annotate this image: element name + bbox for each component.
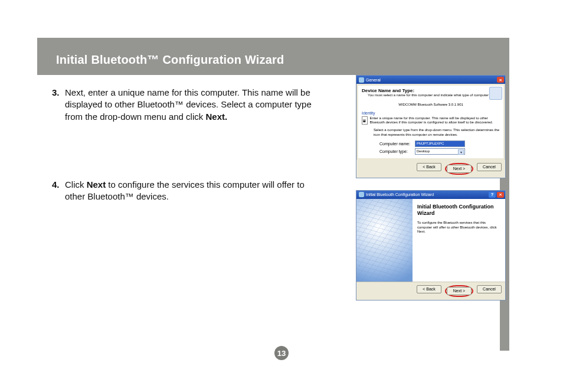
section-subheading: You must select a name for this computer… (362, 93, 500, 97)
computer-type-field: Computer type: Desktop ▾ (379, 148, 500, 155)
computer-name-label: Computer name: (379, 142, 415, 146)
software-version: WIDCOMM Bluetooth Software 3.0.1.901 (362, 103, 500, 106)
close-icon[interactable]: × (497, 192, 504, 198)
identity-label: Identity (362, 111, 500, 115)
back-button[interactable]: < Back (417, 285, 441, 293)
page-frame: Initial Bluetooth™ Configuration Wizard … (37, 38, 509, 351)
step-text-pre: Click (65, 179, 87, 190)
computer-type-select[interactable]: Desktop ▾ (415, 148, 465, 155)
dialog-general: General × Device Name and Type: You must… (356, 75, 506, 178)
titlebar[interactable]: General × (356, 76, 505, 84)
page-title: Initial Bluetooth™ Configuration Wizard (37, 47, 500, 75)
wizard-body: Initial Bluetooth Configuration Wizard T… (356, 199, 505, 282)
computer-name-field: Computer name: PMJPTJPLEXPC (379, 141, 500, 147)
back-button[interactable]: < Back (417, 163, 441, 171)
wizard-description: To configure the Bluetooth services that… (417, 221, 500, 234)
next-button[interactable]: Next > (447, 287, 472, 295)
cancel-button[interactable]: Cancel (477, 163, 502, 171)
window-icon (359, 192, 364, 197)
close-icon[interactable]: × (497, 77, 504, 83)
identity-description: Enter a unique name for this computer. T… (370, 116, 500, 125)
section-heading: Device Name and Type: (362, 88, 500, 93)
highlight-ring: Next > (445, 163, 473, 175)
step-text-body: Next, enter a unique name for this compu… (65, 87, 312, 122)
window-title: General (366, 78, 381, 82)
window-icon (359, 77, 364, 83)
step-text: Click Next to configure the services thi… (64, 179, 315, 203)
chevron-down-icon[interactable]: ▾ (458, 149, 464, 155)
step-text-bold: Next (87, 179, 106, 190)
type-description: Select a computer type from the drop-dow… (374, 128, 500, 136)
step-text-bold: Next. (205, 112, 227, 122)
cancel-button[interactable]: Cancel (477, 285, 502, 293)
screenshots: General × Device Name and Type: You must… (356, 75, 506, 312)
dialog-wizard: Initial Bluetooth Configuration Wizard ?… (356, 190, 506, 300)
computer-icon: 🖥 (362, 116, 368, 125)
step-text: Next, enter a unique name for this compu… (64, 87, 315, 123)
button-bar: < Back Next > Cancel (356, 282, 505, 300)
next-button[interactable]: Next > (447, 165, 472, 173)
dialog-body: Initial Bluetooth Configuration Wizard T… (356, 199, 505, 282)
window-title: Initial Bluetooth Configuration Wizard (366, 192, 434, 197)
help-icon[interactable]: ? (489, 192, 496, 198)
computer-name-input[interactable]: PMJPTJPLEXPC (415, 141, 465, 147)
page-content: 3. Next, enter a unique name for this co… (37, 75, 500, 202)
dialog-body: Device Name and Type: You must select a … (358, 86, 503, 158)
wizard-title: Initial Bluetooth Configuration Wizard (417, 204, 500, 217)
step-4: 4. Click Next to configure the services … (37, 179, 315, 203)
identity-block: 🖥 Enter a unique name for this computer.… (362, 116, 500, 125)
titlebar[interactable]: Initial Bluetooth Configuration Wizard ?… (356, 191, 505, 199)
computer-type-label: Computer type: (379, 149, 415, 153)
wizard-text: Initial Bluetooth Configuration Wizard T… (413, 199, 505, 282)
globe-graphic (356, 199, 413, 282)
step-number: 3. (52, 87, 64, 99)
button-bar: < Back Next > Cancel (356, 160, 505, 178)
computer-type-value: Desktop (417, 149, 430, 153)
bluetooth-computer-icon (489, 87, 502, 100)
highlight-ring: Next > (445, 285, 473, 297)
page-number-badge: 13 (274, 346, 289, 360)
step-3: 3. Next, enter a unique name for this co… (37, 87, 315, 123)
step-number: 4. (52, 179, 64, 191)
